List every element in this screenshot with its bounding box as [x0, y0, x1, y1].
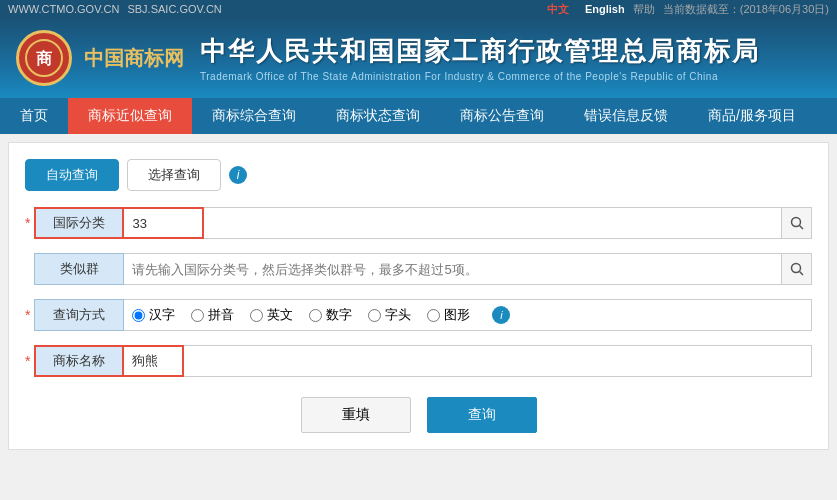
- search-button[interactable]: 查询: [427, 397, 537, 433]
- nav-item-feedback[interactable]: 错误信息反馈: [564, 98, 688, 134]
- nav-item-comprehensive[interactable]: 商标综合查询: [192, 98, 316, 134]
- site-link-ctmo[interactable]: WWW.CTMO.GOV.CN: [8, 3, 119, 15]
- svg-point-2: [791, 218, 800, 227]
- svg-point-4: [791, 264, 800, 273]
- required-star-3: *: [25, 307, 30, 323]
- logo-icon: 商: [16, 30, 72, 86]
- query-tabs: 自动查询 选择查询 i: [25, 159, 812, 191]
- trademark-name-input[interactable]: [124, 345, 184, 377]
- trademark-name-extra-input[interactable]: [184, 345, 812, 377]
- svg-line-5: [799, 272, 803, 276]
- tab-manual-query[interactable]: 选择查询: [127, 159, 221, 191]
- query-type-label: 查询方式: [34, 299, 124, 331]
- main-nav: 首页 商标近似查询 商标综合查询 商标状态查询 商标公告查询 错误信息反馈 商品…: [0, 98, 837, 134]
- header-logo: 商 中国商标网: [16, 30, 184, 86]
- category-extra-input[interactable]: [204, 207, 782, 239]
- lang-zh[interactable]: 中文: [547, 2, 569, 17]
- header-title-zh: 中华人民共和国国家工商行政管理总局商标局: [200, 34, 760, 69]
- field-row-trademark-name: * 商标名称: [25, 345, 812, 377]
- category-input[interactable]: [124, 207, 204, 239]
- lang-en[interactable]: English: [585, 3, 625, 15]
- required-star-4: *: [25, 353, 30, 369]
- field-row-query-type: * 查询方式 汉字 拼音 英文 数字 字头 图形 i: [25, 299, 812, 331]
- tab-auto-query[interactable]: 自动查询: [25, 159, 119, 191]
- field-row-similar-group: * 类似群: [25, 253, 812, 285]
- radio-zitou[interactable]: 字头: [368, 306, 411, 324]
- radio-tuxing[interactable]: 图形: [427, 306, 470, 324]
- site-name-zh: 中国商标网: [84, 45, 184, 72]
- similar-group-label: 类似群: [34, 253, 124, 285]
- radio-hanzi[interactable]: 汉字: [132, 306, 175, 324]
- nav-item-similarity[interactable]: 商标近似查询: [68, 98, 192, 134]
- category-label: 国际分类: [34, 207, 124, 239]
- site-link-sbj[interactable]: SBJ.SAIC.GOV.CN: [127, 3, 221, 15]
- header-text: 中华人民共和国国家工商行政管理总局商标局 Trademark Office of…: [200, 34, 760, 82]
- nav-item-status[interactable]: 商标状态查询: [316, 98, 440, 134]
- main-content: 自动查询 选择查询 i * 国际分类 * 类似群 * 查询方式: [8, 142, 829, 450]
- radio-english[interactable]: 英文: [250, 306, 293, 324]
- svg-text:商: 商: [36, 49, 53, 67]
- field-row-category: * 国际分类: [25, 207, 812, 239]
- svg-line-3: [799, 226, 803, 230]
- nav-item-announcement[interactable]: 商标公告查询: [440, 98, 564, 134]
- radio-number[interactable]: 数字: [309, 306, 352, 324]
- date-label: 当前数据截至：(2018年06月30日): [663, 2, 829, 17]
- trademark-name-label: 商标名称: [34, 345, 124, 377]
- required-star-1: *: [25, 215, 30, 231]
- top-bar: WWW.CTMO.GOV.CN SBJ.SAIC.GOV.CN 中文 Engli…: [0, 0, 837, 18]
- form-actions: 重填 查询: [25, 397, 812, 433]
- header: 商 中国商标网 中华人民共和国国家工商行政管理总局商标局 Trademark O…: [0, 18, 837, 98]
- similar-group-input[interactable]: [124, 253, 782, 285]
- category-search-button[interactable]: [782, 207, 812, 239]
- radio-pinyin[interactable]: 拼音: [191, 306, 234, 324]
- nav-item-home[interactable]: 首页: [0, 98, 68, 134]
- nav-item-products[interactable]: 商品/服务项目: [688, 98, 816, 134]
- tab-info-icon[interactable]: i: [229, 166, 247, 184]
- help-link[interactable]: 帮助: [633, 2, 655, 17]
- query-type-info-icon[interactable]: i: [492, 306, 510, 324]
- similar-group-search-button[interactable]: [782, 253, 812, 285]
- query-type-radio-group: 汉字 拼音 英文 数字 字头 图形 i: [124, 299, 812, 331]
- reset-button[interactable]: 重填: [301, 397, 411, 433]
- header-title-en: Trademark Office of The State Administra…: [200, 71, 760, 82]
